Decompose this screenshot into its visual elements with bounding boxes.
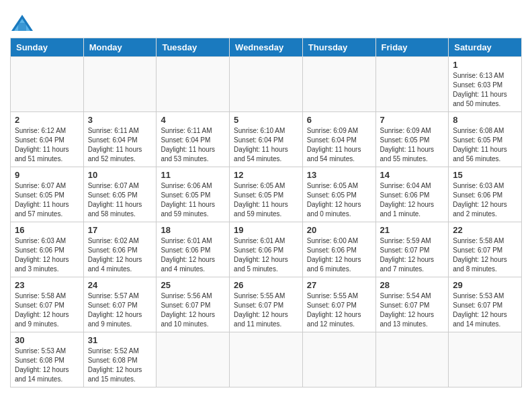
day-info: Sunrise: 6:09 AM Sunset: 6:04 PM Dayligh… <box>307 126 371 164</box>
calendar-cell <box>375 332 449 387</box>
calendar-cell <box>11 57 84 112</box>
day-info: Sunrise: 5:55 AM Sunset: 6:07 PM Dayligh… <box>307 291 371 329</box>
page-container: SundayMondayTuesdayWednesdayThursdayFrid… <box>0 0 532 394</box>
day-info: Sunrise: 6:05 AM Sunset: 6:05 PM Dayligh… <box>234 181 298 219</box>
calendar-cell: 22Sunrise: 5:58 AM Sunset: 6:07 PM Dayli… <box>449 222 522 277</box>
day-number: 17 <box>88 225 152 235</box>
calendar-cell: 21Sunrise: 5:59 AM Sunset: 6:07 PM Dayli… <box>375 222 449 277</box>
day-number: 23 <box>15 280 79 290</box>
calendar-cell: 18Sunrise: 6:01 AM Sunset: 6:06 PM Dayli… <box>157 222 230 277</box>
calendar: SundayMondayTuesdayWednesdayThursdayFrid… <box>10 38 522 387</box>
day-number: 18 <box>161 225 225 235</box>
calendar-cell: 9Sunrise: 6:07 AM Sunset: 6:05 PM Daylig… <box>11 167 84 222</box>
weekday-header-tuesday: Tuesday <box>157 38 230 57</box>
day-info: Sunrise: 5:53 AM Sunset: 6:07 PM Dayligh… <box>453 291 517 329</box>
day-number: 6 <box>307 115 371 125</box>
day-number: 2 <box>15 115 79 125</box>
week-row-0: 1Sunrise: 6:13 AM Sunset: 6:03 PM Daylig… <box>11 57 522 112</box>
day-info: Sunrise: 5:55 AM Sunset: 6:07 PM Dayligh… <box>234 291 298 329</box>
day-number: 16 <box>15 225 79 235</box>
day-number: 21 <box>380 225 445 235</box>
day-number: 13 <box>307 170 371 180</box>
day-info: Sunrise: 6:03 AM Sunset: 6:06 PM Dayligh… <box>453 181 517 219</box>
day-number: 8 <box>453 115 517 125</box>
day-number: 11 <box>161 170 225 180</box>
day-number: 20 <box>307 225 371 235</box>
day-number: 15 <box>453 170 517 180</box>
calendar-cell: 5Sunrise: 6:10 AM Sunset: 6:04 PM Daylig… <box>230 112 303 167</box>
day-info: Sunrise: 5:59 AM Sunset: 6:07 PM Dayligh… <box>380 236 445 274</box>
day-info: Sunrise: 6:01 AM Sunset: 6:06 PM Dayligh… <box>234 236 298 274</box>
day-number: 5 <box>234 115 298 125</box>
day-number: 29 <box>453 280 517 290</box>
day-number: 25 <box>161 280 225 290</box>
calendar-cell <box>230 57 303 112</box>
day-info: Sunrise: 6:04 AM Sunset: 6:06 PM Dayligh… <box>380 181 445 219</box>
weekday-header-saturday: Saturday <box>449 38 522 57</box>
day-info: Sunrise: 6:13 AM Sunset: 6:03 PM Dayligh… <box>453 71 517 109</box>
weekday-header-row: SundayMondayTuesdayWednesdayThursdayFrid… <box>11 38 522 57</box>
calendar-cell: 14Sunrise: 6:04 AM Sunset: 6:06 PM Dayli… <box>375 167 449 222</box>
day-number: 30 <box>15 335 79 345</box>
week-row-2: 9Sunrise: 6:07 AM Sunset: 6:05 PM Daylig… <box>11 167 522 222</box>
weekday-header-monday: Monday <box>83 38 157 57</box>
day-info: Sunrise: 6:01 AM Sunset: 6:06 PM Dayligh… <box>161 236 225 274</box>
day-info: Sunrise: 6:12 AM Sunset: 6:04 PM Dayligh… <box>15 126 79 164</box>
day-info: Sunrise: 6:02 AM Sunset: 6:06 PM Dayligh… <box>88 236 152 274</box>
day-info: Sunrise: 6:09 AM Sunset: 6:05 PM Dayligh… <box>380 126 445 164</box>
day-info: Sunrise: 6:03 AM Sunset: 6:06 PM Dayligh… <box>15 236 79 274</box>
day-number: 19 <box>234 225 298 235</box>
weekday-header-sunday: Sunday <box>11 38 84 57</box>
calendar-cell: 19Sunrise: 6:01 AM Sunset: 6:06 PM Dayli… <box>230 222 303 277</box>
day-number: 9 <box>15 170 79 180</box>
calendar-cell: 20Sunrise: 6:00 AM Sunset: 6:06 PM Dayli… <box>302 222 375 277</box>
day-number: 22 <box>453 225 517 235</box>
day-number: 7 <box>380 115 445 125</box>
day-info: Sunrise: 5:57 AM Sunset: 6:07 PM Dayligh… <box>88 291 152 329</box>
day-info: Sunrise: 6:07 AM Sunset: 6:05 PM Dayligh… <box>15 181 79 219</box>
calendar-cell: 31Sunrise: 5:52 AM Sunset: 6:08 PM Dayli… <box>83 332 157 387</box>
svg-rect-2 <box>18 23 26 31</box>
day-number: 28 <box>380 280 445 290</box>
week-row-5: 30Sunrise: 5:53 AM Sunset: 6:08 PM Dayli… <box>11 332 522 387</box>
day-info: Sunrise: 6:11 AM Sunset: 6:04 PM Dayligh… <box>161 126 225 164</box>
calendar-cell: 1Sunrise: 6:13 AM Sunset: 6:03 PM Daylig… <box>449 57 522 112</box>
week-row-4: 23Sunrise: 5:58 AM Sunset: 6:07 PM Dayli… <box>11 277 522 332</box>
header <box>10 7 522 32</box>
day-number: 24 <box>88 280 152 290</box>
day-number: 31 <box>88 335 152 345</box>
day-info: Sunrise: 5:58 AM Sunset: 6:07 PM Dayligh… <box>453 236 517 274</box>
week-row-1: 2Sunrise: 6:12 AM Sunset: 6:04 PM Daylig… <box>11 112 522 167</box>
calendar-cell: 28Sunrise: 5:54 AM Sunset: 6:07 PM Dayli… <box>375 277 449 332</box>
calendar-cell: 24Sunrise: 5:57 AM Sunset: 6:07 PM Dayli… <box>83 277 157 332</box>
day-info: Sunrise: 5:56 AM Sunset: 6:07 PM Dayligh… <box>161 291 225 329</box>
calendar-cell: 8Sunrise: 6:08 AM Sunset: 6:05 PM Daylig… <box>449 112 522 167</box>
weekday-header-thursday: Thursday <box>302 38 375 57</box>
day-info: Sunrise: 6:06 AM Sunset: 6:05 PM Dayligh… <box>161 181 225 219</box>
calendar-cell: 29Sunrise: 5:53 AM Sunset: 6:07 PM Dayli… <box>449 277 522 332</box>
calendar-cell: 12Sunrise: 6:05 AM Sunset: 6:05 PM Dayli… <box>230 167 303 222</box>
day-number: 10 <box>88 170 152 180</box>
calendar-cell: 17Sunrise: 6:02 AM Sunset: 6:06 PM Dayli… <box>83 222 157 277</box>
day-number: 14 <box>380 170 445 180</box>
calendar-cell <box>157 332 230 387</box>
calendar-cell: 16Sunrise: 6:03 AM Sunset: 6:06 PM Dayli… <box>11 222 84 277</box>
day-info: Sunrise: 5:53 AM Sunset: 6:08 PM Dayligh… <box>15 347 79 384</box>
calendar-cell: 7Sunrise: 6:09 AM Sunset: 6:05 PM Daylig… <box>375 112 449 167</box>
calendar-cell: 3Sunrise: 6:11 AM Sunset: 6:04 PM Daylig… <box>83 112 157 167</box>
weekday-header-wednesday: Wednesday <box>230 38 303 57</box>
calendar-cell: 23Sunrise: 5:58 AM Sunset: 6:07 PM Dayli… <box>11 277 84 332</box>
calendar-cell: 6Sunrise: 6:09 AM Sunset: 6:04 PM Daylig… <box>302 112 375 167</box>
calendar-cell: 4Sunrise: 6:11 AM Sunset: 6:04 PM Daylig… <box>157 112 230 167</box>
day-number: 4 <box>161 115 225 125</box>
calendar-cell: 30Sunrise: 5:53 AM Sunset: 6:08 PM Dayli… <box>11 332 84 387</box>
day-info: Sunrise: 6:11 AM Sunset: 6:04 PM Dayligh… <box>88 126 152 164</box>
calendar-cell: 25Sunrise: 5:56 AM Sunset: 6:07 PM Dayli… <box>157 277 230 332</box>
day-info: Sunrise: 5:54 AM Sunset: 6:07 PM Dayligh… <box>380 291 445 329</box>
calendar-cell: 26Sunrise: 5:55 AM Sunset: 6:07 PM Dayli… <box>230 277 303 332</box>
calendar-cell: 11Sunrise: 6:06 AM Sunset: 6:05 PM Dayli… <box>157 167 230 222</box>
calendar-cell <box>449 332 522 387</box>
logo <box>10 13 37 32</box>
calendar-cell: 13Sunrise: 6:05 AM Sunset: 6:05 PM Dayli… <box>302 167 375 222</box>
calendar-cell <box>302 332 375 387</box>
